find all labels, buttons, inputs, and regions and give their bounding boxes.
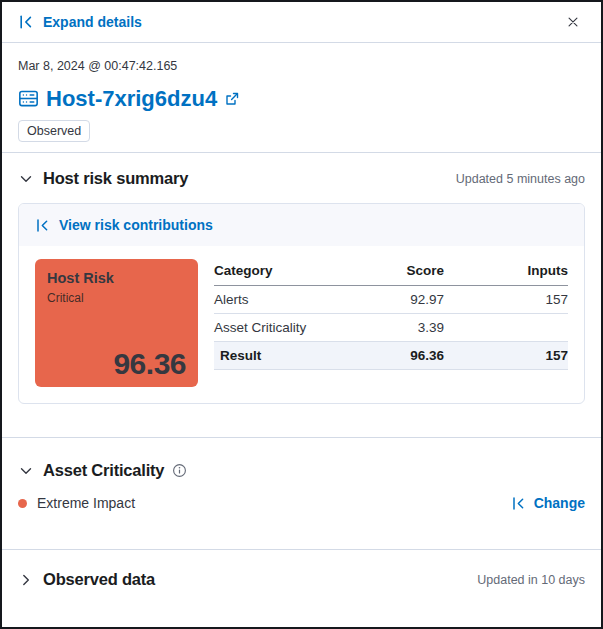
cell-score: 96.36	[356, 342, 445, 370]
cell-inputs: 157	[444, 342, 568, 370]
table-row-alerts: Alerts 92.97 157	[214, 286, 568, 314]
observed-badge: Observed	[18, 120, 90, 142]
arrow-start-icon	[35, 218, 50, 233]
cell-category: Asset Criticality	[214, 314, 356, 342]
risk-summary-panel: View risk contributions Host Risk Critic…	[18, 203, 585, 404]
cell-score: 92.97	[356, 286, 445, 314]
risk-contributions-table: Category Score Inputs Alerts 92.97 157 A…	[214, 259, 568, 370]
table-row-asset-criticality: Asset Criticality 3.39	[214, 314, 568, 342]
section-title-asset-criticality: Asset Criticality	[43, 461, 164, 480]
cell-category: Result	[214, 342, 356, 370]
chevron-down-icon[interactable]	[18, 463, 34, 479]
risk-card-score: 96.36	[113, 347, 186, 381]
badge-row: Observed	[18, 120, 585, 142]
divider	[2, 152, 601, 153]
criticality-value: Extreme Impact	[37, 495, 135, 511]
observed-data-header: Observed data Updated in 10 days	[18, 570, 585, 589]
cell-score: 3.39	[356, 314, 445, 342]
flyout-header: Expand details	[2, 2, 601, 43]
cell-inputs: 157	[444, 286, 568, 314]
risk-panel-body: Host Risk Critical 96.36 Category Score …	[19, 246, 584, 403]
change-criticality-link[interactable]: Change	[511, 495, 585, 511]
risk-card-level: Critical	[47, 291, 186, 305]
close-icon	[566, 15, 580, 29]
cell-inputs	[444, 314, 568, 342]
section-title-observed-data: Observed data	[43, 570, 155, 589]
col-header-inputs: Inputs	[444, 259, 568, 286]
event-timestamp: Mar 8, 2024 @ 00:47:42.165	[18, 58, 585, 74]
change-label: Change	[534, 495, 585, 511]
host-name-link[interactable]: Host-7xrig6dzu4	[46, 84, 217, 113]
info-icon[interactable]	[172, 463, 187, 478]
observed-data-updated-text: Updated in 10 days	[477, 573, 585, 587]
host-risk-card: Host Risk Critical 96.36	[35, 259, 198, 387]
table-header-row: Category Score Inputs	[214, 259, 568, 286]
host-title-row: Host-7xrig6dzu4	[18, 84, 585, 113]
asset-criticality-header: Asset Criticality	[18, 461, 585, 480]
expand-details-label: Expand details	[43, 14, 142, 30]
table-row-result: Result 96.36 157	[214, 342, 568, 370]
asset-criticality-value-row: Extreme Impact Change	[18, 495, 585, 511]
arrow-start-icon	[18, 14, 34, 30]
arrow-start-icon	[511, 496, 526, 511]
cell-category: Alerts	[214, 286, 356, 314]
view-risk-contributions-link[interactable]: View risk contributions	[19, 204, 584, 246]
host-details-flyout: Expand details Mar 8, 2024 @ 00:47:42.16…	[0, 0, 603, 629]
divider	[2, 549, 601, 550]
risk-summary-updated-text: Updated 5 minutes ago	[456, 172, 585, 186]
section-title-host-risk-summary: Host risk summary	[43, 169, 188, 188]
col-header-score: Score	[356, 259, 445, 286]
popout-icon[interactable]	[224, 91, 240, 107]
chevron-right-icon[interactable]	[18, 572, 34, 588]
risk-card-title: Host Risk	[47, 270, 186, 286]
expand-details-button[interactable]: Expand details	[18, 14, 142, 30]
divider	[2, 437, 601, 438]
criticality-dot	[18, 499, 27, 508]
host-risk-summary-header: Host risk summary Updated 5 minutes ago	[18, 169, 585, 188]
close-button[interactable]	[561, 10, 585, 34]
storage-icon	[18, 88, 39, 109]
chevron-down-icon[interactable]	[18, 171, 34, 187]
col-header-category: Category	[214, 259, 356, 286]
view-risk-contributions-label: View risk contributions	[59, 217, 213, 233]
